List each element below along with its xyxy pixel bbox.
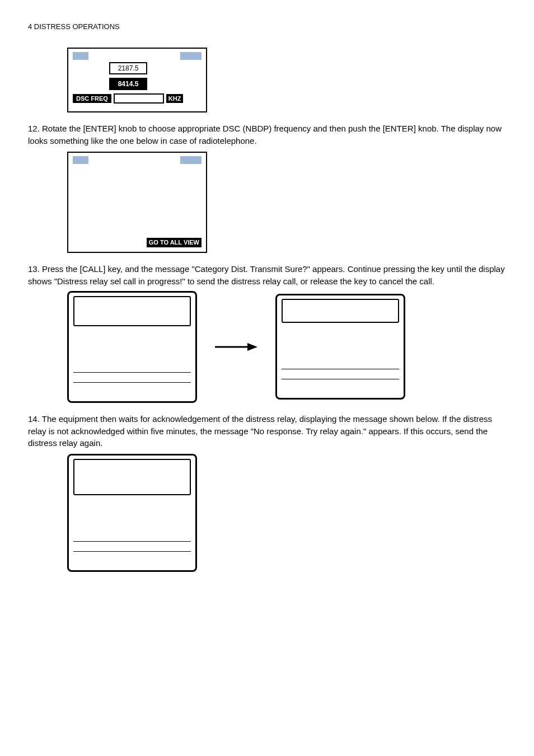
- lcd3a-b1: DISTRESS RELAY ALL TELEPHONE: [73, 328, 191, 334]
- divider: [282, 379, 399, 379]
- redaction-box: [180, 52, 202, 60]
- lcd4-t3: Time to go : 4M52S: [77, 474, 188, 480]
- lcd1-input-box: [114, 93, 164, 104]
- redaction-box: [73, 52, 88, 60]
- lcd3a-b4: DIST POS UNKNOWN: [73, 346, 191, 353]
- lcd2-line4: COM.TYPE : TELEPHONE: [73, 190, 202, 198]
- lcd3a-b5: UTC : --:--: [73, 374, 191, 381]
- lcd3a-t2: 2187.5 kHz 01/08: [77, 305, 188, 311]
- lcd2-line2: NATURE : UNDESIGNATED: [73, 174, 202, 182]
- step-13-num: 13.: [28, 264, 40, 274]
- lcd4-b2: SHIP IN DIST : 123456789: [73, 503, 191, 509]
- lcd-display-1: ** COMPOSE MESSAGE ** DISTRESS RELAY ALL…: [67, 48, 207, 112]
- lcd1-val1: 2187.5: [109, 62, 147, 74]
- step-14: 14. The equipment then waits for acknowl…: [28, 413, 506, 572]
- lcd2-line3: POS: DIST POS UNKNOWN: [73, 182, 202, 190]
- lcd4-t1: Waiting for distress relay: [77, 462, 188, 468]
- step-12-num: 12.: [28, 124, 40, 133]
- lcd4-b6: DSC FREQ : 2187.5KHZ: [73, 553, 191, 560]
- lcd1-dscfreq-label: DSC FREQ: [73, 94, 111, 103]
- lcd3b-b7: COM.FREQ : 2182.0KHZ: [282, 387, 399, 393]
- lcd3b-b2: SHIP IN DIST : 123456789: [282, 331, 399, 337]
- lcd2-line5: COM.FREQ : 2182.0KHZ: [73, 198, 202, 205]
- lcd4-b5: UTC : --:--: [73, 543, 191, 550]
- lcd4-b3: NATURE : UNDESIGNATED: [73, 509, 191, 515]
- step-14-num: 14.: [28, 414, 40, 424]
- lcd1-val2: 8414.5: [109, 78, 147, 90]
- lcd4-b1: DISTRESS RELAY ALL TELEPHONE: [73, 497, 191, 503]
- step-12-text: Rotate the [ENTER] knob to choose approp…: [28, 124, 502, 145]
- divider: [73, 551, 191, 552]
- divider: [73, 541, 191, 542]
- lcd3b-b6: DSC FREQ : 2187.5KHZ: [282, 381, 399, 387]
- lcd3b-b5: UTC : --:--: [282, 371, 399, 377]
- divider: [73, 382, 191, 383]
- lcd3b-b1: DISTRESS RELAY ALL TELEPHONE: [282, 325, 399, 331]
- lcd2-line6: DSC FREQ : 2187.5: [73, 228, 202, 236]
- lcd3a-b6: DSC FREQ : 2187.5KHZ: [73, 384, 191, 391]
- divider: [282, 369, 399, 369]
- lcd4-b4: DIST POS UNKNOWN: [73, 515, 191, 522]
- lcd4-t2: acknowledgement.: [77, 468, 188, 474]
- lcd3a-t1: APR-23-2002-23:59 SENDING: [77, 299, 188, 305]
- redaction-box: [73, 156, 88, 164]
- lcd-display-3b: Distress relay sel call in progress! DIS…: [275, 294, 405, 400]
- lcd3b-b4: DIST POS UNKNOWN: [282, 343, 399, 349]
- lcd3a-b7: COM.FREQ : 2182.0KHZ: [73, 391, 191, 397]
- page-header: 4 DISTRESS OPERATIONS: [28, 22, 506, 31]
- svg-marker-1: [247, 343, 257, 351]
- lcd2-line1: SHIP IN DIST : 123456789: [73, 166, 202, 174]
- step-14-text: The equipment then waits for acknowledge…: [28, 414, 492, 448]
- lcd3a-b2: SHIP IN DIST : 123456789: [73, 334, 191, 340]
- go-to-all-view-label: GO TO ALL VIEW: [147, 238, 202, 248]
- lcd4-b7: COM.FREQ : 2182.0KHZ: [73, 560, 191, 566]
- step-12: 12. Rotate the [ENTER] knob to choose ap…: [28, 123, 506, 253]
- step-13-text: Press the [CALL] key, and the message "C…: [28, 264, 505, 286]
- redaction-box: [180, 156, 202, 164]
- step-13: 13. Press the [CALL] key, and the messag…: [28, 263, 506, 403]
- divider: [73, 372, 191, 373]
- lcd3b-t1: Distress relay sel call in progress!: [285, 302, 396, 308]
- lcd-display-3a: APR-23-2002-23:59 SENDING 2187.5 kHz 01/…: [67, 291, 197, 403]
- lcd-display-2: ** COMPOSE MESSAGE ** DISTRESS RELAY ALL…: [67, 152, 207, 253]
- lcd3a-b3: NATURE : UNDESIGNATED: [73, 340, 191, 346]
- arrow-right-icon: [214, 341, 259, 353]
- lcd3b-b3: NATURE : UNDESIGNATED: [282, 337, 399, 343]
- lcd1-khz-label: KHZ: [166, 94, 184, 103]
- lcd-display-4: Waiting for distress relay acknowledgeme…: [67, 454, 197, 572]
